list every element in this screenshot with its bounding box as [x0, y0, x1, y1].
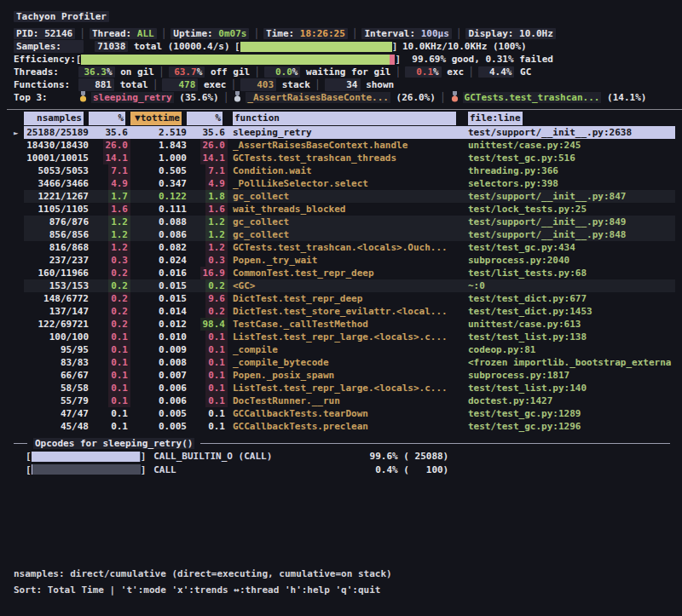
table-row[interactable]: ► 1105/1105 1.6 0.111 1.6 wait_threads_b…: [14, 203, 675, 216]
separator: │: [227, 79, 241, 90]
cell-file-line: test/test_dict.py:677: [461, 292, 675, 305]
samples-total-suffix: total (10000.4/s): [134, 41, 230, 52]
time-field: Time: 18:26:25: [263, 28, 348, 39]
cell-function-name: _compile: [228, 343, 461, 356]
cell-function-name: Condition.wait: [228, 164, 461, 177]
table-row-body: 876/876 1.2 0.088 1.2 gc_collect test/su…: [24, 216, 675, 228]
table-row[interactable]: ► 55/79 0.1 0.006 0.1 DocTestRunner.__ru…: [14, 394, 675, 407]
cell-file-line: test/support/__init__.py:847: [461, 190, 675, 203]
column-header-file-line[interactable]: file:line: [468, 112, 523, 125]
cell-cumulative-pct: 0.3: [187, 254, 228, 267]
cell-nsamples: 45/48: [24, 420, 89, 433]
cell-nsamples: 58/58: [24, 382, 89, 394]
table-row[interactable]: ► 137/147 0.2 0.014 0.2 DictTest.test_st…: [14, 305, 675, 318]
cell-function-name: _PollLikeSelector.select: [228, 177, 461, 190]
table-row[interactable]: ► 18430/18430 26.0 1.843 26.0 _AssertRai…: [14, 139, 675, 152]
top3-percentage: (26.0%): [396, 92, 436, 103]
cell-function-name: <GC>: [228, 279, 461, 292]
cell-direct-pct: 0.2: [89, 267, 130, 279]
top3-item: _AssertRaisesBaseConte... (26.0%)│: [233, 92, 449, 103]
table-row-body: 5053/5053 7.1 0.505 7.1 Condition.wait t…: [24, 164, 675, 177]
row-gutter: ►: [14, 254, 24, 267]
threads-stat-item: 4.4% GC: [478, 66, 540, 78]
cell-nsamples: 83/83: [24, 356, 89, 369]
table-row[interactable]: ► 3466/3466 4.9 0.347 4.9 _PollLikeSelec…: [14, 177, 675, 190]
cell-cumulative-pct: 1.2: [187, 216, 228, 228]
cell-nsamples: 153/153: [24, 279, 89, 292]
separator: │: [219, 92, 234, 103]
table-row[interactable]: ► 876/876 1.2 0.088 1.2 gc_collect test/…: [14, 216, 675, 228]
table-row[interactable]: ► 45/48 0.1 0.005 0.1 GCCallbackTests.pr…: [14, 420, 675, 433]
column-header-cumulative-pct[interactable]: %: [187, 112, 223, 125]
functions-stat-value: 34: [325, 78, 361, 91]
row-gutter: ►: [14, 139, 24, 152]
table-row[interactable]: ► 66/67 0.1 0.007 0.1 Popen._posix_spawn…: [14, 369, 675, 382]
cell-function-name: DictTest.test_repr_deep: [228, 292, 461, 305]
separator: │: [250, 66, 264, 78]
table-row-body: 856/856 1.2 0.086 1.2 gc_collect test/su…: [24, 228, 675, 241]
functions-stat-label: exec: [204, 79, 227, 90]
table-row[interactable]: ► 1221/1267 1.7 0.122 1.8 gc_collect tes…: [14, 190, 675, 203]
row-gutter: ►: [14, 394, 24, 407]
column-header-function[interactable]: function: [233, 112, 456, 125]
row-gutter: ►: [14, 126, 24, 139]
function-table: ► 25188/25189 35.6 2.519 35.6 sleeping_r…: [14, 126, 675, 433]
functions-row: Functions:881 total│478 exec│403 stack│3…: [14, 78, 675, 91]
table-row[interactable]: ► 237/237 0.3 0.024 0.3 Popen._try_wait …: [14, 254, 675, 267]
table-row[interactable]: ► 856/856 1.2 0.086 1.2 gc_collect test/…: [14, 228, 675, 241]
display-label: Display:: [468, 28, 513, 39]
table-row[interactable]: ► 153/153 0.2 0.015 0.2 <GC> ~:0: [14, 279, 675, 292]
table-row[interactable]: ► 100/100 0.1 0.010 0.1 ListTest.test_re…: [14, 331, 675, 343]
efficiency-text: 99.69% good, 0.31% failed: [412, 54, 553, 65]
cell-file-line: threading.py:366: [461, 164, 675, 177]
bar-close-bracket: ]: [141, 450, 147, 463]
cell-nsamples: 95/95: [24, 343, 89, 356]
table-row[interactable]: ► 58/58 0.1 0.006 0.1 ListTest.test_repr…: [14, 382, 675, 394]
cell-cumulative-pct: 0.1: [187, 394, 228, 407]
table-row[interactable]: ► 10001/10015 14.1 1.000 14.1 GCTests.te…: [14, 152, 675, 164]
cell-direct-pct: 0.3: [89, 254, 130, 267]
cell-nsamples: 122/69721: [24, 318, 89, 331]
medal-icon: [233, 91, 242, 102]
efficiency-fail-fill: [390, 55, 396, 65]
opcode-bar-fill: [32, 464, 32, 475]
table-row[interactable]: ► 5053/5053 7.1 0.505 7.1 Condition.wait…: [14, 164, 675, 177]
table-row[interactable]: ► 47/47 0.1 0.005 0.1 GCCallbackTests.te…: [14, 407, 675, 420]
row-gutter: ►: [14, 164, 24, 177]
table-row[interactable]: ► 25188/25189 35.6 2.519 35.6 sleeping_r…: [14, 126, 675, 139]
table-row[interactable]: ► 83/83 0.1 0.008 0.1 _compile_bytecode …: [14, 356, 675, 369]
efficiency-bar: []: [76, 53, 401, 66]
cell-nsamples: 100/100: [24, 331, 89, 343]
cell-tottime: 0.016: [130, 267, 187, 279]
cell-tottime: 0.006: [130, 394, 187, 407]
top3-function-name: GCTests.test_trashcan...: [463, 92, 602, 103]
cell-file-line: test/test_gc.py:516: [461, 152, 675, 164]
uptime-label: Uptime:: [173, 28, 212, 39]
separator: │: [249, 28, 263, 39]
table-row[interactable]: ► 122/69721 0.2 0.012 98.4 TestCase._cal…: [14, 318, 675, 331]
cell-file-line: test/list_tests.py:68: [461, 267, 675, 279]
thread-field[interactable]: Thread: ALL: [90, 28, 157, 39]
cell-direct-pct: 0.1: [89, 420, 130, 433]
cell-function-name: gc_collect: [228, 190, 461, 203]
threads-stat-label: waiting for gil: [306, 66, 390, 78]
cell-function-name: _AssertRaisesBaseContext.handle: [228, 139, 461, 152]
column-header-direct-pct[interactable]: %: [89, 112, 125, 125]
column-header-nsamples[interactable]: nsamples: [24, 112, 84, 125]
efficiency-label: Efficiency:: [14, 54, 76, 65]
table-row[interactable]: ► 148/6772 0.2 0.015 9.6 DictTest.test_r…: [14, 292, 675, 305]
opcode-name: CALL_BUILTIN_O (CALL): [146, 450, 355, 463]
table-row-body: 1221/1267 1.7 0.122 1.8 gc_collect test/…: [24, 190, 675, 203]
table-row-body: 25188/25189 35.6 2.519 35.6 sleeping_ret…: [24, 126, 675, 139]
cell-function-name: ListTest.test_repr_large.<locals>.c...: [228, 331, 461, 343]
table-row[interactable]: ► 816/868 1.2 0.082 1.2 GCTests.test_tra…: [14, 241, 675, 254]
cell-direct-pct: 14.1: [89, 152, 130, 164]
top3-item: sleeping_retry (35.6%)│: [78, 92, 233, 103]
cell-direct-pct: 0.1: [89, 407, 130, 420]
column-header-tottime-sorted[interactable]: ▼tottime: [130, 112, 182, 125]
table-row[interactable]: ► 95/95 0.1 0.009 0.1 _compile codeop.py…: [14, 343, 675, 356]
table-row[interactable]: ► 160/11966 0.2 0.016 16.9 CommonTest.te…: [14, 267, 675, 279]
cell-nsamples: 3466/3466: [24, 177, 89, 190]
row-gutter: ►: [14, 356, 24, 369]
threads-stat-value: 63.7: [171, 66, 197, 78]
